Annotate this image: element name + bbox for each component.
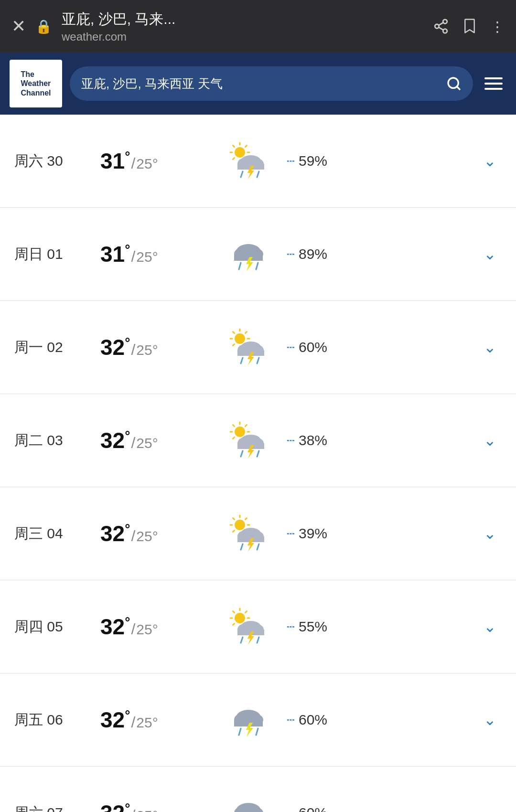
browser-action-icons: ⋮ (433, 18, 505, 35)
svg-line-12 (233, 146, 235, 147)
expand-chevron[interactable]: ⌄ (478, 804, 502, 812)
temp-separator: / (131, 248, 135, 266)
day-label: 周一 02 (14, 338, 100, 357)
svg-point-30 (235, 333, 245, 344)
svg-line-83 (233, 611, 235, 613)
temp-range: 31° / 25° (100, 148, 210, 174)
raindrop-icon: ┄ (287, 526, 295, 542)
precip-value: 39% (299, 525, 327, 542)
precip-value: 60% (299, 712, 327, 728)
logo-text: The Weather Channel (21, 70, 51, 97)
forecast-row: 周一 02 32° / 25° (0, 301, 516, 394)
temp-separator: / (131, 155, 135, 172)
forecast-row: 周日 01 31° / 25° ┄ 89% ⌄ (0, 208, 516, 301)
svg-line-86 (233, 624, 235, 625)
close-icon[interactable]: ✕ (11, 18, 26, 35)
precipitation: ┄ 89% (287, 246, 478, 262)
menu-icon[interactable] (481, 74, 506, 94)
temp-range: 32° / 25° (100, 334, 210, 360)
svg-line-29 (256, 263, 258, 269)
search-bar[interactable]: 亚庇, 沙巴, 马来西亚 天气 (70, 66, 473, 101)
expand-chevron[interactable]: ⌄ (478, 245, 502, 263)
svg-line-51 (233, 425, 235, 427)
raindrop-icon: ┄ (287, 153, 295, 169)
svg-point-46 (235, 427, 245, 437)
temp-range: 32° / 25° (100, 707, 210, 733)
precip-value: 60% (299, 339, 327, 355)
temp-high: 31° (100, 148, 130, 174)
svg-line-99 (239, 728, 241, 735)
raindrop-icon: ┄ (287, 619, 295, 635)
svg-line-77 (257, 544, 259, 550)
raindrop-icon: ┄ (287, 246, 295, 262)
weather-icon (210, 235, 287, 273)
temp-high: 32° (100, 334, 130, 360)
forecast-list: 周六 30 31° / 25° (0, 115, 516, 812)
svg-line-28 (239, 263, 241, 269)
svg-line-14 (246, 146, 247, 147)
temp-low: 25° (136, 156, 158, 172)
day-label: 周六 07 (14, 803, 100, 812)
precipitation: ┄ 39% (287, 525, 478, 542)
menu-line-3 (484, 88, 503, 90)
day-label: 周日 01 (14, 245, 100, 264)
domain-label: weather.com (62, 30, 423, 43)
precip-value: 38% (299, 432, 327, 449)
expand-chevron[interactable]: ⌄ (478, 711, 502, 729)
precip-value: 55% (299, 619, 327, 635)
svg-line-93 (257, 637, 259, 643)
svg-line-35 (233, 332, 235, 333)
temp-high: 32° (100, 614, 130, 640)
temp-high: 32° (100, 800, 130, 812)
expand-chevron[interactable]: ⌄ (478, 152, 502, 170)
temp-low: 25° (136, 435, 158, 451)
svg-line-100 (256, 728, 258, 735)
svg-line-44 (241, 358, 243, 363)
bookmark-icon[interactable] (462, 18, 477, 34)
app-header: The Weather Channel 亚庇, 沙巴, 马来西亚 天气 (0, 53, 516, 115)
weather-icon (210, 328, 287, 366)
expand-chevron[interactable]: ⌄ (478, 431, 502, 449)
svg-line-15 (233, 158, 235, 160)
raindrop-icon: ┄ (287, 340, 295, 355)
precip-value: 60% (299, 805, 327, 812)
expand-chevron[interactable]: ⌄ (478, 338, 502, 356)
lock-icon: 🔒 (35, 19, 52, 34)
forecast-row: 周三 04 32° / 25° (0, 487, 516, 580)
precip-value: 89% (299, 246, 327, 262)
svg-line-67 (233, 518, 235, 520)
temp-range: 32° / 25° (100, 521, 210, 546)
forecast-row: 周六 30 31° / 25° (0, 115, 516, 208)
forecast-row: 周五 06 32° / 25° ┄ 60% ⌄ (0, 673, 516, 767)
weather-icon (210, 794, 287, 812)
weather-icon (210, 142, 287, 180)
temp-low: 25° (136, 621, 158, 638)
temp-range: 32° / 25° (100, 800, 210, 812)
day-label: 周四 05 (14, 617, 100, 637)
raindrop-icon: ┄ (287, 433, 295, 449)
forecast-row: 周二 03 32° / 25° (0, 394, 516, 487)
share-icon[interactable] (433, 18, 449, 34)
temp-range: 32° / 25° (100, 427, 210, 453)
menu-line-2 (484, 83, 503, 85)
expand-chevron[interactable]: ⌄ (478, 524, 502, 543)
weather-icon (210, 421, 287, 459)
svg-line-60 (241, 451, 243, 457)
weather-icon (210, 514, 287, 553)
expand-chevron[interactable]: ⌄ (478, 618, 502, 636)
svg-line-21 (241, 171, 243, 177)
temp-low: 25° (136, 342, 158, 358)
more-icon[interactable]: ⋮ (490, 18, 505, 35)
temp-separator: / (131, 620, 135, 638)
precipitation: ┄ 38% (287, 432, 478, 449)
svg-line-61 (257, 451, 259, 457)
svg-line-85 (246, 611, 247, 613)
menu-line-1 (484, 77, 503, 79)
temp-high: 32° (100, 707, 130, 733)
temp-range: 31° / 25° (100, 241, 210, 267)
svg-point-7 (235, 147, 245, 158)
svg-line-37 (246, 332, 247, 333)
search-query: 亚庇, 沙巴, 马来西亚 天气 (81, 75, 441, 92)
precipitation: ┄ 60% (287, 339, 478, 355)
forecast-row: 周四 05 32° / 25° (0, 580, 516, 673)
